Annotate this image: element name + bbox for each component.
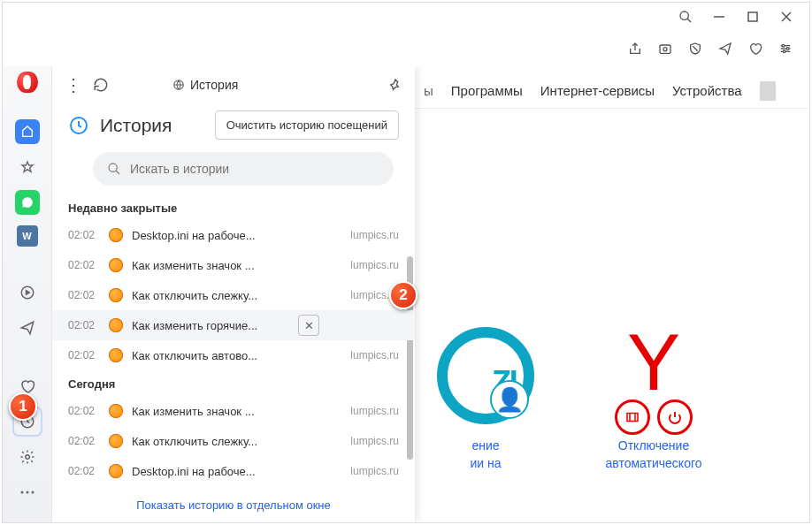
heart-icon[interactable] bbox=[747, 41, 763, 57]
annotation-badge-1: 1 bbox=[9, 392, 37, 421]
history-search[interactable] bbox=[93, 152, 394, 186]
favicon-icon bbox=[109, 348, 123, 362]
power-icon bbox=[657, 399, 693, 435]
zu-logo-icon: ZU 👤 bbox=[437, 327, 534, 424]
sidebar-bookmarks[interactable] bbox=[15, 155, 40, 179]
close-icon[interactable] bbox=[779, 10, 793, 24]
screenshot-icon[interactable] bbox=[657, 41, 673, 57]
page-content: ы Программы Интернет-сервисы Устройства … bbox=[52, 66, 809, 522]
svg-line-8 bbox=[693, 46, 697, 50]
reload-icon[interactable] bbox=[93, 77, 109, 93]
history-title-row: История Очистить историю посещений bbox=[52, 103, 415, 152]
section-today: Сегодня bbox=[52, 370, 415, 396]
nav-more-icon[interactable] bbox=[760, 81, 776, 101]
history-footer: Показать историю в отдельном окне bbox=[52, 488, 415, 522]
svg-point-13 bbox=[786, 48, 789, 50]
panel-menu-icon[interactable]: ⋮ bbox=[65, 74, 82, 95]
page-toolbar bbox=[3, 31, 809, 66]
svg-point-17 bbox=[25, 455, 29, 460]
sidebar-whatsapp[interactable] bbox=[15, 190, 40, 215]
search-icon bbox=[107, 162, 121, 176]
card-2[interactable]: Y Отключение автоматического bbox=[601, 323, 707, 472]
history-title: История bbox=[100, 115, 204, 136]
pin-icon[interactable] bbox=[388, 78, 402, 92]
clear-history-button[interactable]: Очистить историю посещений bbox=[215, 110, 399, 140]
card-1[interactable]: ZU 👤 ение ии на bbox=[433, 323, 539, 472]
window-titlebar bbox=[3, 3, 809, 31]
nav-item-devices[interactable]: Устройства bbox=[672, 83, 741, 98]
nav-item-partial[interactable]: ы bbox=[424, 83, 433, 98]
sidebar-player[interactable] bbox=[15, 280, 40, 305]
history-panel-header: ⋮ История bbox=[52, 66, 415, 103]
svg-point-18 bbox=[20, 491, 23, 494]
sidebar-vk[interactable]: W bbox=[17, 225, 38, 247]
favicon-icon bbox=[109, 258, 123, 272]
svg-line-1 bbox=[687, 19, 691, 22]
history-search-input[interactable] bbox=[130, 162, 379, 176]
history-list[interactable]: Недавно закрытые 02:02Desktop.ini на раб… bbox=[52, 194, 415, 488]
panel-tab: История bbox=[172, 78, 238, 92]
open-full-history-link[interactable]: Показать историю в отдельном окне bbox=[136, 498, 331, 512]
avatar-icon: 👤 bbox=[490, 380, 529, 419]
history-panel: ⋮ История История Очистить историю посещ… bbox=[52, 66, 415, 522]
history-item[interactable]: 02:02Desktop.ini на рабоче...lumpics.ru bbox=[52, 220, 415, 250]
nav-item-services[interactable]: Интернет-сервисы bbox=[540, 83, 655, 98]
history-item[interactable]: 02:02Как отключить слежку...lumpics.ru bbox=[52, 280, 415, 310]
sidebar: W bbox=[3, 66, 52, 522]
favicon-icon bbox=[109, 434, 123, 448]
history-item[interactable]: 02:02Как изменить значок ...lumpics.ru bbox=[52, 250, 415, 280]
globe-icon bbox=[172, 79, 185, 91]
svg-rect-6 bbox=[660, 45, 670, 53]
yandex-logo-icon: Y bbox=[627, 317, 680, 408]
favicon-icon bbox=[109, 464, 123, 478]
history-item[interactable]: 02:02Как изменить горячие...lumpics.ru bbox=[52, 486, 415, 488]
history-item[interactable]: 02:02Как отключить слежку...lumpics.ru bbox=[52, 426, 415, 456]
minimize-icon[interactable] bbox=[712, 10, 726, 24]
card-2-title: Отключение автоматического bbox=[605, 438, 701, 472]
film-icon bbox=[615, 399, 650, 435]
svg-point-0 bbox=[680, 11, 688, 19]
delete-item-button[interactable]: ✕ bbox=[298, 315, 319, 336]
shield-icon[interactable] bbox=[687, 41, 703, 57]
favicon-icon bbox=[109, 318, 123, 332]
cards-row: ZU 👤 ение ии на Y bbox=[433, 323, 801, 472]
section-recent: Недавно закрытые bbox=[52, 194, 415, 220]
svg-point-14 bbox=[783, 50, 785, 53]
sidebar-speed-dial[interactable] bbox=[15, 119, 40, 144]
easy-setup-icon[interactable] bbox=[778, 41, 793, 57]
svg-line-27 bbox=[116, 171, 119, 174]
send-icon[interactable] bbox=[717, 41, 733, 57]
svg-point-20 bbox=[31, 491, 34, 494]
history-item[interactable]: 02:02Как отключить автово...lumpics.ru bbox=[52, 340, 415, 370]
history-item[interactable]: 02:02Desktop.ini на рабоче...lumpics.ru bbox=[52, 456, 415, 486]
history-item[interactable]: 02:02Как изменить значок ...lumpics.ru bbox=[52, 396, 415, 426]
sidebar-messenger[interactable] bbox=[15, 316, 40, 340]
clock-icon bbox=[68, 115, 89, 136]
sidebar-settings[interactable] bbox=[15, 445, 40, 469]
opera-logo-icon[interactable] bbox=[17, 72, 38, 93]
svg-rect-21 bbox=[627, 413, 638, 421]
svg-point-12 bbox=[782, 44, 785, 47]
favicon-icon bbox=[109, 288, 123, 302]
sidebar-more[interactable] bbox=[15, 480, 40, 505]
nav-item-programs[interactable]: Программы bbox=[451, 83, 523, 98]
svg-point-26 bbox=[109, 164, 117, 171]
share-icon[interactable] bbox=[627, 41, 643, 57]
opera-window: W ы Программы Интернет-сервисы Устройств… bbox=[2, 2, 810, 523]
svg-point-7 bbox=[663, 48, 667, 51]
card-1-title: ение ии на bbox=[470, 438, 501, 472]
favicon-icon bbox=[109, 404, 123, 418]
annotation-badge-2: 2 bbox=[389, 281, 417, 309]
favicon-icon bbox=[109, 228, 123, 242]
svg-point-19 bbox=[26, 491, 28, 494]
maximize-icon[interactable] bbox=[746, 10, 760, 24]
history-item[interactable]: 02:02Как изменить горячие...✕ bbox=[52, 310, 415, 340]
search-icon[interactable] bbox=[678, 10, 693, 24]
svg-rect-3 bbox=[748, 12, 757, 21]
